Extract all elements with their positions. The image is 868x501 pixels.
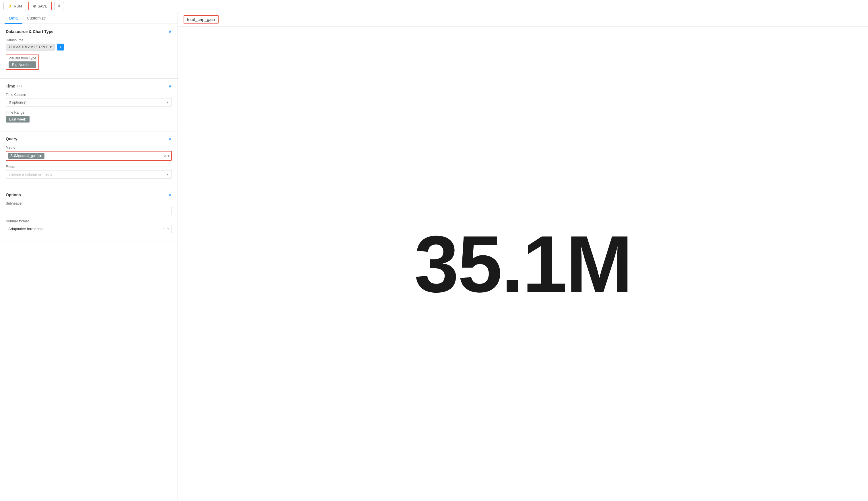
metric-dropdown-button[interactable]: ▾	[167, 153, 170, 158]
query-toggle[interactable]: ∧	[169, 136, 172, 141]
query-section-title: Query	[6, 137, 17, 141]
subheader-label: Subheader	[6, 201, 172, 205]
number-format-value: Adaptative formating	[8, 227, 162, 231]
metric-actions: × ▾	[164, 153, 170, 158]
subheader-input[interactable]	[6, 207, 172, 215]
time-column-arrow: ▾	[167, 100, 169, 105]
datasource-label: Datasource	[6, 38, 172, 42]
options-section-title: Options	[6, 193, 21, 197]
time-section-header: Time i ∧	[6, 83, 172, 89]
time-column-field: Time Column 0 option(s) ▾	[6, 93, 172, 106]
time-title-text: Time	[6, 84, 15, 88]
time-range-label: Time Range	[6, 110, 172, 115]
metric-field: Metric SUM(capital_gain) ▶ × ▾	[6, 146, 172, 161]
time-range-badge[interactable]: Last week	[6, 116, 30, 122]
subheader-field: Subheader	[6, 201, 172, 215]
time-range-field: Time Range Last week	[6, 110, 172, 122]
left-panel: Data Customize Datasource & Chart Type ∧…	[0, 12, 178, 501]
metric-label: Metric	[6, 146, 172, 149]
number-format-label: Number format	[6, 219, 172, 223]
datasource-section-header: Datasource & Chart Type ∧	[6, 29, 172, 34]
viz-type-field: Visualization Type Big Number	[6, 54, 172, 70]
datasource-chevron: ▾	[50, 45, 52, 49]
metric-tag-value: SUM(capital_gain) ▶	[10, 154, 42, 158]
viz-type-label: Visualization Type	[9, 56, 36, 60]
chart-title: total_cap_gain	[184, 15, 219, 23]
options-toggle[interactable]: ∧	[169, 192, 172, 198]
export-button[interactable]: ⬇	[54, 2, 64, 10]
time-column-select[interactable]: 0 option(s) ▾	[6, 98, 172, 106]
time-column-value: 0 option(s)	[9, 100, 165, 105]
time-section: Time i ∧ Time Column 0 option(s) ▾ Time …	[0, 78, 177, 131]
query-section-header: Query ∧	[6, 136, 172, 141]
viz-type-badge[interactable]: Big Number	[9, 61, 36, 68]
save-button[interactable]: ⊕ SAVE	[29, 2, 52, 10]
export-icon: ⬇	[57, 4, 61, 8]
time-info-icon[interactable]: i	[17, 84, 22, 88]
time-column-label: Time Column	[6, 93, 172, 97]
main-content: Data Customize Datasource & Chart Type ∧…	[0, 12, 868, 501]
datasource-toggle[interactable]: ∧	[169, 29, 172, 34]
options-section-header: Options ∧	[6, 192, 172, 198]
datasource-field: Datasource CLICKSTREAM.PEOPLE ▾ +	[6, 38, 172, 51]
viz-type-box: Visualization Type Big Number	[6, 54, 39, 70]
metric-clear-button[interactable]: ×	[164, 153, 166, 158]
number-format-clear[interactable]: ×	[162, 227, 165, 231]
number-format-icons: × ▾	[162, 227, 169, 231]
filters-select[interactable]: choose a column or metric ▾	[6, 170, 172, 179]
toolbar: ⚡ RUN ⊕ SAVE ⬇	[0, 0, 868, 12]
tabs: Data Customize	[0, 12, 177, 24]
metric-input: SUM(capital_gain) ▶ × ▾	[6, 151, 172, 161]
datasource-select[interactable]: CLICKSTREAM.PEOPLE ▾	[6, 44, 55, 51]
chart-title-bar: total_cap_gain	[178, 12, 868, 27]
tab-data[interactable]: Data	[4, 12, 22, 24]
run-button[interactable]: ⚡ RUN	[3, 2, 26, 10]
run-icon: ⚡	[8, 4, 13, 8]
datasource-section-title: Datasource & Chart Type	[6, 29, 53, 34]
options-section: Options ∧ Subheader Number format Adapta…	[0, 188, 177, 242]
metric-tag[interactable]: SUM(capital_gain) ▶	[8, 153, 44, 159]
number-format-select[interactable]: Adaptative formating × ▾	[6, 225, 172, 233]
filters-arrow: ▾	[167, 172, 169, 177]
add-datasource-button[interactable]: +	[57, 44, 64, 51]
plus-icon: ⊕	[33, 4, 36, 8]
time-section-title: Time i	[6, 84, 22, 88]
datasource-value: CLICKSTREAM.PEOPLE	[9, 45, 48, 49]
datasource-section: Datasource & Chart Type ∧ Datasource CLI…	[0, 24, 177, 78]
datasource-row: CLICKSTREAM.PEOPLE ▾ +	[6, 44, 172, 51]
number-format-arrow[interactable]: ▾	[167, 227, 169, 231]
save-label: SAVE	[37, 4, 47, 8]
select-separator	[166, 227, 166, 231]
chart-area: 35.1M	[178, 27, 868, 501]
query-section: Query ∧ Metric SUM(capital_gain) ▶ × ▾ F…	[0, 131, 177, 188]
right-panel: total_cap_gain 35.1M	[178, 12, 868, 501]
filters-field: Filters choose a column or metric ▾	[6, 165, 172, 179]
filters-placeholder: choose a column or metric	[9, 172, 165, 177]
run-label: RUN	[14, 4, 22, 8]
tab-customize[interactable]: Customize	[22, 12, 51, 24]
time-toggle[interactable]: ∧	[169, 83, 172, 89]
big-number-display: 35.1M	[414, 224, 632, 304]
number-format-field: Number format Adaptative formating × ▾	[6, 219, 172, 233]
filters-label: Filters	[6, 165, 172, 169]
